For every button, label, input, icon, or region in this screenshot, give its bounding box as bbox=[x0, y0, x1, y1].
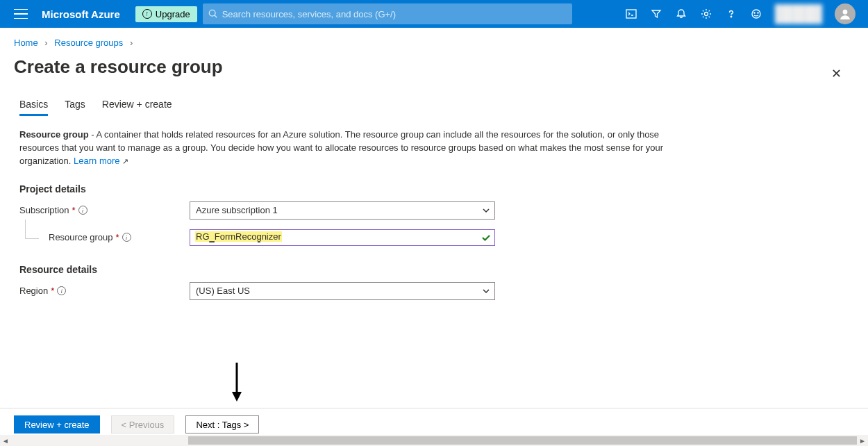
notifications-icon[interactable] bbox=[675, 8, 687, 20]
svg-point-5 bbox=[752, 10, 760, 18]
top-header: Microsoft Azure ↑ Upgrade ██████████████… bbox=[0, 0, 868, 28]
subscription-row: Subscription * i Azure subscription 1 bbox=[19, 201, 675, 220]
info-icon[interactable]: i bbox=[57, 286, 66, 295]
subscription-label: Subscription bbox=[19, 205, 69, 215]
review-create-button[interactable]: Review + create bbox=[14, 415, 100, 433]
chevron-down-icon bbox=[482, 287, 490, 295]
previous-button: < Previous bbox=[111, 415, 175, 433]
resource-group-highlight: RG_FormRecognizer bbox=[195, 231, 282, 242]
info-icon[interactable]: i bbox=[122, 233, 131, 242]
resource-details-heading: Resource details bbox=[19, 264, 675, 275]
breadcrumb: Home › Resource groups › bbox=[0, 28, 868, 52]
tab-basics[interactable]: Basics bbox=[19, 94, 48, 116]
breadcrumb-home[interactable]: Home bbox=[14, 38, 38, 48]
svg-rect-2 bbox=[626, 10, 636, 18]
description-bold: Resource group bbox=[19, 129, 89, 140]
upgrade-label: Upgrade bbox=[156, 9, 190, 19]
required-icon: * bbox=[72, 205, 76, 215]
search-input[interactable] bbox=[222, 9, 567, 19]
tabs: Basics Tags Review + create bbox=[0, 94, 868, 116]
content: Resource group - A container that holds … bbox=[0, 129, 694, 300]
chevron-right-icon: › bbox=[44, 38, 47, 48]
project-details-heading: Project details bbox=[19, 183, 675, 195]
settings-icon[interactable] bbox=[700, 8, 712, 20]
search-icon bbox=[208, 9, 218, 19]
upgrade-button[interactable]: ↑ Upgrade bbox=[135, 6, 197, 22]
upgrade-icon: ↑ bbox=[142, 9, 152, 19]
user-account-label: ████████████████ bbox=[775, 4, 822, 24]
tree-line bbox=[25, 220, 39, 239]
description: Resource group - A container that holds … bbox=[19, 129, 675, 168]
avatar[interactable] bbox=[835, 3, 856, 24]
scroll-left-icon[interactable]: ◄ bbox=[0, 435, 11, 446]
svg-point-6 bbox=[754, 13, 755, 13]
footer: Review + create < Previous Next : Tags > bbox=[0, 408, 868, 433]
logo: Microsoft Azure bbox=[42, 8, 120, 20]
arrow-annotation bbox=[226, 361, 247, 403]
menu-icon[interactable] bbox=[14, 7, 28, 21]
svg-point-8 bbox=[843, 10, 848, 15]
resource-group-row: Resource group * i RG_FormRecognizer bbox=[19, 229, 675, 246]
check-icon bbox=[481, 233, 491, 242]
required-icon: * bbox=[51, 286, 54, 296]
feedback-icon[interactable] bbox=[750, 8, 762, 20]
subscription-value: Azure subscription 1 bbox=[196, 205, 278, 215]
region-row: Region * i (US) East US bbox=[19, 282, 675, 300]
info-icon[interactable]: i bbox=[78, 206, 87, 215]
resource-group-label: Resource group bbox=[49, 232, 113, 242]
cloud-shell-icon[interactable] bbox=[625, 8, 637, 20]
help-icon[interactable] bbox=[725, 8, 737, 20]
scroll-right-icon[interactable]: ► bbox=[857, 435, 868, 446]
subscription-select[interactable]: Azure subscription 1 bbox=[190, 201, 495, 220]
page-title: Create a resource group bbox=[14, 52, 223, 94]
close-icon[interactable]: ✕ bbox=[826, 63, 847, 84]
search-box[interactable] bbox=[203, 3, 572, 24]
horizontal-scrollbar[interactable]: ◄ ► bbox=[0, 435, 868, 446]
svg-point-4 bbox=[731, 16, 731, 17]
next-button[interactable]: Next : Tags > bbox=[185, 415, 259, 433]
chevron-down-icon bbox=[482, 206, 490, 215]
external-link-icon: ↗ bbox=[122, 157, 128, 165]
scroll-thumb[interactable] bbox=[188, 436, 857, 445]
svg-point-3 bbox=[704, 13, 708, 16]
required-icon: * bbox=[116, 232, 119, 242]
header-icons: ████████████████ bbox=[619, 3, 861, 24]
tab-tags[interactable]: Tags bbox=[65, 94, 85, 116]
learn-more-link[interactable]: Learn more bbox=[74, 156, 119, 166]
svg-line-1 bbox=[214, 15, 217, 18]
region-select[interactable]: (US) East US bbox=[190, 282, 495, 300]
chevron-right-icon: › bbox=[130, 38, 133, 48]
scroll-track[interactable] bbox=[11, 435, 857, 446]
svg-point-7 bbox=[758, 13, 758, 13]
filter-icon[interactable] bbox=[650, 8, 662, 20]
breadcrumb-resource-groups[interactable]: Resource groups bbox=[54, 38, 123, 48]
region-label: Region bbox=[19, 286, 48, 296]
svg-marker-10 bbox=[232, 392, 242, 402]
tab-review-create[interactable]: Review + create bbox=[102, 94, 172, 116]
region-value: (US) East US bbox=[196, 286, 250, 296]
